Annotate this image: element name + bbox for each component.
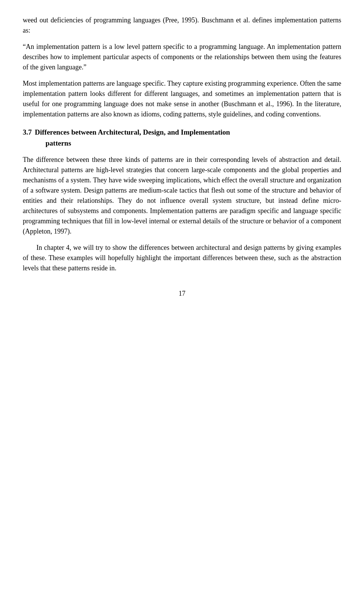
page: weed out deficiencies of programming lan… [0, 0, 364, 607]
paragraph-1: weed out deficiencies of programming lan… [23, 15, 341, 36]
section-number: 3.7 [23, 127, 32, 138]
paragraph-3: Most implementation patterns are languag… [23, 78, 341, 119]
section-heading-37: 3.7 Differences between Architectural, D… [23, 127, 341, 149]
section-subtitle: patterns [23, 138, 341, 149]
paragraph-4: The difference between these three kinds… [23, 155, 341, 237]
paragraph-2: “An implementation pattern is a low leve… [23, 42, 341, 72]
paragraph-5: In chapter 4, we will try to show the di… [23, 243, 341, 273]
page-number: 17 [23, 289, 341, 299]
quote-open: “An implementation pattern is a low leve… [23, 43, 341, 71]
section-title: Differences between Architectural, Desig… [35, 127, 230, 138]
